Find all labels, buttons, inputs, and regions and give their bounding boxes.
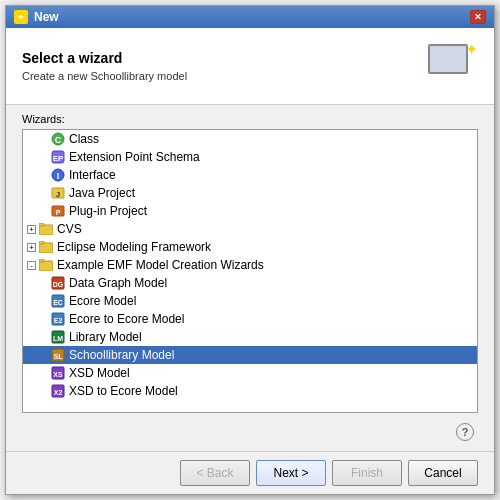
svg-text:XS: XS [53, 371, 63, 378]
library-model-icon: LM [50, 329, 66, 345]
tree-item-data-graph-model[interactable]: DG Data Graph Model [23, 274, 477, 292]
tree-item-xsd-to-ecore-model-label: XSD to Ecore Model [69, 384, 178, 398]
tree-item-java-project-label: Java Project [69, 186, 135, 200]
wizard-tree[interactable]: C Class EP Extension Point Schema I Inte… [22, 129, 478, 413]
tree-item-java-project[interactable]: J Java Project [23, 184, 477, 202]
dialog-title: New [34, 10, 59, 24]
cvs-expand-button[interactable]: + [27, 225, 36, 234]
header-icon: ✦ [426, 40, 478, 92]
title-bar-left: ✦ New [14, 10, 59, 24]
data-graph-model-icon: DG [50, 275, 66, 291]
svg-text:X2: X2 [54, 389, 63, 396]
tree-item-extension-point-schema[interactable]: EP Extension Point Schema [23, 148, 477, 166]
svg-rect-15 [39, 259, 44, 262]
title-bar: ✦ New ✕ [6, 6, 494, 28]
tree-item-interface[interactable]: I Interface [23, 166, 477, 184]
header-text: Select a wizard Create a new Schoollibra… [22, 50, 187, 82]
svg-text:LM: LM [53, 335, 63, 342]
svg-text:EC: EC [53, 299, 63, 306]
tree-item-class-label: Class [69, 132, 99, 146]
schoollibrary-model-icon: SL [50, 347, 66, 363]
extension-point-schema-icon: EP [50, 149, 66, 165]
svg-rect-11 [39, 223, 44, 226]
tree-item-library-model-label: Library Model [69, 330, 142, 344]
dialog-icon: ✦ [14, 10, 28, 24]
tree-item-eclipse-modeling[interactable]: + Eclipse Modeling Framework [23, 238, 477, 256]
next-button[interactable]: Next > [256, 460, 326, 486]
xsd-to-ecore-model-icon: X2 [50, 383, 66, 399]
interface-icon: I [50, 167, 66, 183]
svg-text:P: P [56, 209, 61, 216]
class-icon: C [50, 131, 66, 147]
xsd-model-icon: XS [50, 365, 66, 381]
tree-item-plugin-project[interactable]: P Plug-in Project [23, 202, 477, 220]
tree-item-data-graph-model-label: Data Graph Model [69, 276, 167, 290]
dialog-footer: < Back Next > Finish Cancel [6, 451, 494, 494]
tree-item-extension-point-schema-label: Extension Point Schema [69, 150, 200, 164]
wizards-label: Wizards: [22, 113, 478, 125]
tree-item-ecore-model[interactable]: EC Ecore Model [23, 292, 477, 310]
tree-item-cvs-label: CVS [57, 222, 82, 236]
star-icon: ✦ [465, 40, 478, 59]
svg-text:I: I [57, 171, 60, 181]
example-emf-folder-icon [38, 257, 54, 273]
tree-item-ecore-model-label: Ecore Model [69, 294, 136, 308]
ecore-to-ecore-model-icon: E2 [50, 311, 66, 327]
cvs-folder-icon [38, 221, 54, 237]
finish-button[interactable]: Finish [332, 460, 402, 486]
help-button[interactable]: ? [456, 423, 474, 441]
monitor-icon [428, 44, 468, 74]
tree-item-interface-label: Interface [69, 168, 116, 182]
tree-item-example-emf-label: Example EMF Model Creation Wizards [57, 258, 264, 272]
tree-item-class[interactable]: C Class [23, 130, 477, 148]
help-area: ? [22, 413, 478, 443]
tree-item-plugin-project-label: Plug-in Project [69, 204, 147, 218]
close-button[interactable]: ✕ [470, 10, 486, 24]
svg-text:J: J [56, 190, 60, 199]
svg-text:C: C [55, 135, 62, 145]
eclipse-modeling-expand-button[interactable]: + [27, 243, 36, 252]
back-button[interactable]: < Back [180, 460, 250, 486]
plugin-project-icon: P [50, 203, 66, 219]
java-project-icon: J [50, 185, 66, 201]
ecore-model-icon: EC [50, 293, 66, 309]
cancel-button[interactable]: Cancel [408, 460, 478, 486]
svg-text:SL: SL [54, 353, 64, 360]
wizard-subtext: Create a new Schoollibrary model [22, 70, 187, 82]
tree-item-schoollibrary-model-label: Schoollibrary Model [69, 348, 174, 362]
tree-item-ecore-to-ecore-model[interactable]: E2 Ecore to Ecore Model [23, 310, 477, 328]
svg-rect-13 [39, 241, 44, 244]
tree-item-eclipse-modeling-label: Eclipse Modeling Framework [57, 240, 211, 254]
eclipse-modeling-folder-icon [38, 239, 54, 255]
tree-item-ecore-to-ecore-model-label: Ecore to Ecore Model [69, 312, 184, 326]
svg-text:DG: DG [53, 281, 64, 288]
example-emf-expand-button[interactable]: - [27, 261, 36, 270]
tree-item-xsd-model[interactable]: XS XSD Model [23, 364, 477, 382]
tree-item-schoollibrary-model[interactable]: SL Schoollibrary Model [23, 346, 477, 364]
tree-item-example-emf[interactable]: - Example EMF Model Creation Wizards [23, 256, 477, 274]
tree-item-xsd-model-label: XSD Model [69, 366, 130, 380]
tree-item-cvs[interactable]: + CVS [23, 220, 477, 238]
content-area: Wizards: C Class EP Extension Point Sche… [6, 105, 494, 451]
tree-item-xsd-to-ecore-model[interactable]: X2 XSD to Ecore Model [23, 382, 477, 400]
wizard-heading: Select a wizard [22, 50, 187, 66]
svg-text:EP: EP [53, 154, 64, 163]
svg-text:E2: E2 [54, 317, 63, 324]
header-section: Select a wizard Create a new Schoollibra… [6, 28, 494, 105]
tree-item-library-model[interactable]: LM Library Model [23, 328, 477, 346]
new-wizard-dialog: ✦ New ✕ Select a wizard Create a new Sch… [5, 5, 495, 495]
